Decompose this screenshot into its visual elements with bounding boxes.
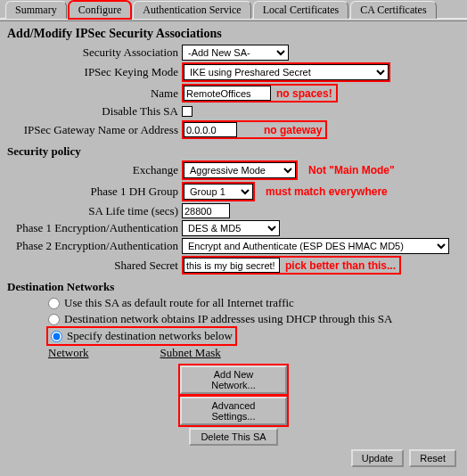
label-phase1-enc-auth: Phase 1 Encryption/Authentication (7, 221, 182, 235)
input-sa-lifetime[interactable] (182, 203, 230, 218)
annotation-not-main-mode: Not "Main Mode" (308, 164, 395, 176)
tab-local-certificates[interactable]: Local Certificates (253, 1, 349, 19)
label-exchange: Exchange (7, 163, 182, 177)
section-destination-networks: Destination Networks (7, 280, 460, 294)
radio-default-route[interactable]: Use this SA as default route for all Int… (48, 296, 460, 310)
tab-bar: Summary Configure Authentication Service… (0, 0, 467, 20)
tab-ca-certificates[interactable]: CA Certificates (350, 1, 436, 19)
select-phase2-enc-auth[interactable]: Encrypt and Authenticate (ESP DES HMAC M… (182, 238, 449, 254)
annotation-must-match: must match everywhere (266, 185, 388, 198)
label-disable-sa: Disable This SA (7, 104, 182, 119)
label-security-association: Security Association (7, 45, 182, 60)
tab-summary[interactable]: Summary (5, 1, 67, 19)
button-update[interactable]: Update (351, 449, 404, 467)
button-advanced-settings[interactable]: Advanced Settings... (180, 397, 287, 425)
label-sa-lifetime: SA Life time (secs) (7, 204, 182, 218)
select-phase1-enc-auth[interactable]: DES & MD5 (182, 220, 280, 236)
checkbox-disable-sa[interactable] (182, 106, 193, 117)
input-shared-secret[interactable] (184, 258, 280, 273)
input-gateway-address[interactable] (184, 122, 237, 137)
button-add-new-network[interactable]: Add New Network... (180, 365, 287, 394)
label-gateway-address: IPSec Gateway Name or Address (7, 123, 182, 137)
panel-heading: Add/Modify IPSec Security Associations (7, 27, 460, 41)
label-phase1-dh-group: Phase 1 DH Group (7, 185, 182, 199)
section-security-policy: Security policy (7, 144, 460, 159)
select-security-association[interactable]: -Add New SA- (182, 45, 289, 61)
select-keying-mode[interactable]: IKE using Preshared Secret (184, 64, 389, 80)
select-exchange[interactable]: Aggressive Mode (184, 162, 296, 178)
label-keying-mode: IPSec Keying Mode (7, 65, 182, 79)
label-name: Name (7, 86, 182, 101)
radio-dhcp[interactable]: Destination network obtains IP addresses… (48, 312, 460, 326)
annotation-no-gateway: no gateway (264, 124, 322, 136)
panel-configure: Add/Modify IPSec Security Associations S… (0, 21, 467, 455)
input-name[interactable] (184, 86, 271, 101)
col-header-network: Network (48, 346, 89, 360)
annotation-no-spaces: no spaces! (276, 87, 332, 100)
col-header-subnet-mask: Subnet Mask (160, 346, 221, 360)
radio-group-destination: Use this SA as default route for all Int… (48, 296, 460, 344)
button-reset[interactable]: Reset (409, 449, 456, 467)
select-phase1-dh-group[interactable]: Group 1 (184, 184, 253, 200)
tab-configure[interactable]: Configure (69, 1, 132, 19)
button-delete-this-sa[interactable]: Delete This SA (189, 428, 278, 446)
tab-authentication-service[interactable]: Authentication Service (133, 1, 250, 19)
label-shared-secret: Shared Secret (7, 259, 182, 273)
annotation-pick-better: pick better than this... (285, 259, 396, 272)
radio-specify-networks[interactable]: Specify destination networks below (48, 328, 235, 344)
label-phase2-enc-auth: Phase 2 Encryption/Authentication (7, 239, 182, 253)
